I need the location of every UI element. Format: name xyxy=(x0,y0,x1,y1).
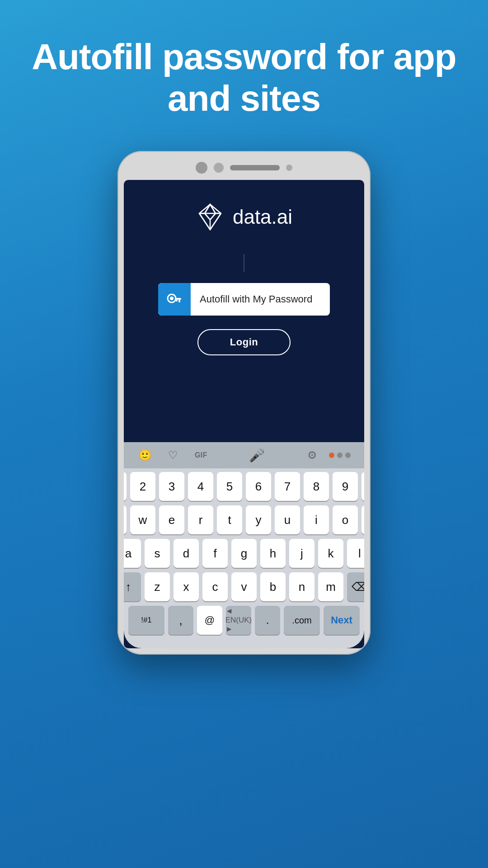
phone-top-bar xyxy=(124,157,364,180)
phone-screen: data.ai xyxy=(124,180,364,648)
key-w[interactable]: w xyxy=(130,505,155,534)
front-camera xyxy=(196,162,207,174)
key-h[interactable]: h xyxy=(260,539,286,568)
svg-line-11 xyxy=(210,213,221,230)
key-m[interactable]: m xyxy=(318,572,343,601)
key-period[interactable]: . xyxy=(255,606,280,635)
key-n[interactable]: n xyxy=(289,572,314,601)
next-button[interactable]: Next xyxy=(324,606,360,635)
key-5[interactable]: 5 xyxy=(217,472,242,501)
autofill-suggestion[interactable]: Autofill with My Password xyxy=(158,283,330,316)
key-1[interactable]: 1 xyxy=(124,472,127,501)
app-name-text: data.ai xyxy=(233,206,292,228)
svg-line-10 xyxy=(199,213,210,230)
key-l[interactable]: l xyxy=(347,539,364,568)
app-logo: data.ai xyxy=(196,203,292,231)
key-p[interactable]: p xyxy=(361,505,364,534)
login-button[interactable]: Login xyxy=(197,329,291,355)
zxcv-row: ↑ z x c v b n m ⌫ xyxy=(129,572,359,601)
key-t[interactable]: t xyxy=(217,505,242,534)
key-j[interactable]: j xyxy=(289,539,314,568)
key-s[interactable]: s xyxy=(145,539,170,568)
shift-key[interactable]: ↑ xyxy=(124,572,141,601)
key-comma[interactable]: , xyxy=(168,606,193,635)
mic-icon[interactable]: 🎤 xyxy=(249,448,264,463)
bottom-row: !#1 , @ ◄ EN(UK) ► . .com Next xyxy=(124,606,364,644)
hero-title: Autofill password for app and sites xyxy=(0,0,488,142)
key-z[interactable]: z xyxy=(145,572,170,601)
asdf-row: a s d f g h j k l xyxy=(129,539,359,568)
svg-rect-14 xyxy=(175,298,181,300)
svg-rect-16 xyxy=(176,300,178,302)
key-icon xyxy=(165,290,183,308)
key-q[interactable]: q xyxy=(124,505,127,534)
phone-mockup: data.ai xyxy=(0,151,488,655)
svg-marker-1 xyxy=(205,204,216,220)
key-v[interactable]: v xyxy=(231,572,257,601)
key-0[interactable]: 0 xyxy=(361,472,364,501)
key-3[interactable]: 3 xyxy=(159,472,184,501)
key-special-chars[interactable]: !#1 xyxy=(128,606,164,635)
phone-body: data.ai xyxy=(117,151,371,655)
more-dots[interactable] xyxy=(329,453,351,458)
key-c[interactable]: c xyxy=(202,572,228,601)
gif-label[interactable]: GIF xyxy=(193,448,209,463)
proximity-sensor xyxy=(286,165,292,171)
key-8[interactable]: 8 xyxy=(304,472,329,501)
key-e[interactable]: e xyxy=(159,505,184,534)
key-at[interactable]: @ xyxy=(197,606,222,635)
keyboard-keys: 1 2 3 4 5 6 7 8 9 0 q w xyxy=(124,468,364,601)
dot-gray-2 xyxy=(345,453,351,458)
diamond-icon xyxy=(196,203,225,231)
keyboard-toolbar: 🙂 ♡ GIF 🎤 ⚙ xyxy=(124,442,364,468)
sticker-icon[interactable]: ♡ xyxy=(165,448,181,463)
key-2[interactable]: 2 xyxy=(130,472,155,501)
key-u[interactable]: u xyxy=(275,505,300,534)
svg-line-7 xyxy=(205,213,210,220)
key-o[interactable]: o xyxy=(333,505,358,534)
key-y[interactable]: y xyxy=(246,505,271,534)
qwerty-row: q w e r t y u i o p xyxy=(129,505,359,534)
key-4[interactable]: 4 xyxy=(188,472,213,501)
key-r[interactable]: r xyxy=(188,505,213,534)
key-6[interactable]: 6 xyxy=(246,472,271,501)
key-k[interactable]: k xyxy=(318,539,343,568)
key-a[interactable]: a xyxy=(124,539,141,568)
key-d[interactable]: d xyxy=(174,539,199,568)
key-b[interactable]: b xyxy=(260,572,286,601)
backspace-key[interactable]: ⌫ xyxy=(347,572,364,601)
svg-rect-15 xyxy=(178,300,180,302)
autofill-icon-box xyxy=(158,283,191,316)
svg-line-8 xyxy=(210,213,216,220)
autofill-text: Autofill with My Password xyxy=(191,293,330,305)
key-x[interactable]: x xyxy=(174,572,199,601)
dot-gray-1 xyxy=(337,453,343,458)
gear-icon[interactable]: ⚙ xyxy=(305,448,320,463)
key-f[interactable]: f xyxy=(202,539,228,568)
key-i[interactable]: i xyxy=(304,505,329,534)
speaker-bar xyxy=(230,165,280,170)
key-7[interactable]: 7 xyxy=(275,472,300,501)
key-dotcom[interactable]: .com xyxy=(284,606,320,635)
camera-sensor xyxy=(214,163,224,173)
emoji-icon[interactable]: 🙂 xyxy=(137,448,153,463)
keyboard[interactable]: 🙂 ♡ GIF 🎤 ⚙ xyxy=(124,442,364,648)
separator xyxy=(244,254,244,272)
key-9[interactable]: 9 xyxy=(333,472,358,501)
number-row: 1 2 3 4 5 6 7 8 9 0 xyxy=(129,472,359,501)
key-g[interactable]: g xyxy=(231,539,257,568)
svg-point-13 xyxy=(170,297,174,300)
dot-orange xyxy=(329,453,334,458)
key-language[interactable]: ◄ EN(UK) ► xyxy=(226,606,251,635)
